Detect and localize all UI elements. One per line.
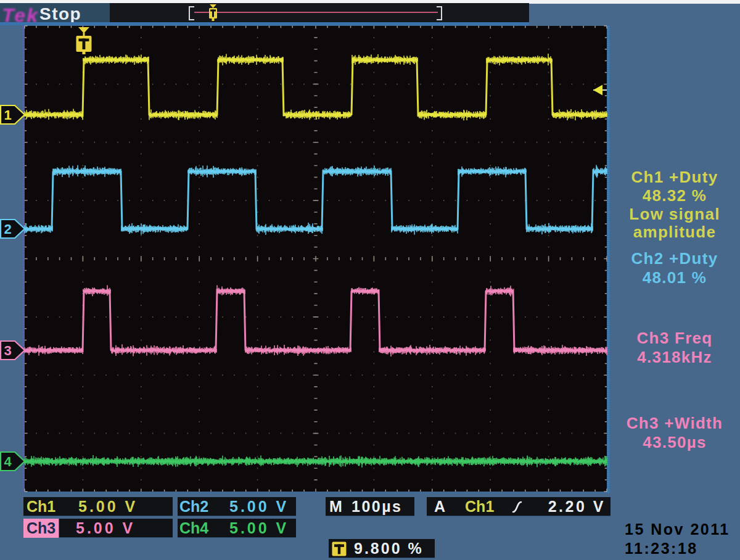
measurement-ch3-freq-label: Ch3 Freq: [609, 329, 740, 347]
channel-marker-ch3: 3: [1, 341, 25, 360]
measurement-ch2-duty-value: 48.01 %: [609, 268, 740, 287]
oscilloscope-screen: Tek Stop 1234 Ch1 +Duty 48.32 % Low sign…: [0, 0, 740, 560]
channel-marker-ch4: 4: [1, 452, 25, 471]
measurement-ch1-duty-label: Ch1 +Duty: [609, 168, 740, 186]
measurement-ch2-duty-label: Ch2 +Duty: [609, 249, 740, 268]
svg-text:2: 2: [4, 221, 11, 237]
svg-text:3: 3: [4, 343, 11, 358]
measurement-ch1-warning-line1: Low signal: [609, 205, 740, 223]
measurement-readouts: Ch1 +Duty 48.32 % Low signal amplitude C…: [609, 0, 740, 492]
measurement-ch3-freq-value: 4.318kHz: [609, 348, 740, 366]
svg-text:4: 4: [4, 454, 12, 469]
measurement-ch1-warning-line2: amplitude: [609, 223, 740, 241]
measurement-ch1-duty-value: 48.32 %: [609, 186, 740, 205]
channel-marker-ch2: 2: [1, 220, 25, 238]
measurement-ch3-width-label: Ch3 +Width: [609, 414, 740, 432]
channel-marker-ch1: 1: [1, 105, 25, 124]
svg-text:1: 1: [4, 107, 11, 123]
measurement-ch3-width-value: 43.50µs: [609, 433, 740, 451]
